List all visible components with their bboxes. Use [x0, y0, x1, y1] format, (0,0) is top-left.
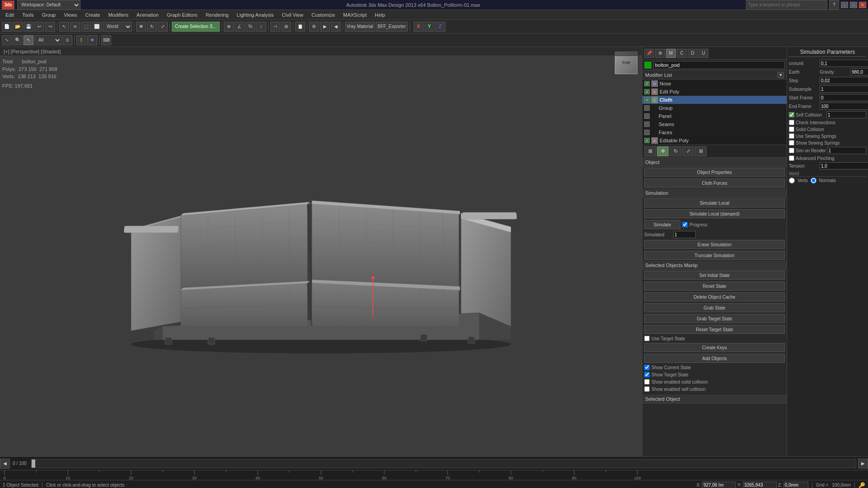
object-name-input[interactable]	[653, 61, 785, 69]
undo-btn[interactable]: ↩	[34, 22, 44, 32]
snap-toggle-btn[interactable]: ⊕	[224, 22, 234, 32]
panel-settings-btn[interactable]: ⚙	[655, 49, 665, 58]
use-sewing-springs-checkbox[interactable]	[789, 133, 794, 139]
window-cross-btn[interactable]: ⬜	[92, 22, 102, 32]
modifier-item-cloth[interactable]: ✓ C Cloth	[642, 96, 787, 104]
end-frame-input[interactable]	[820, 103, 868, 110]
modifier-item-group[interactable]: Group	[642, 104, 787, 112]
menu-civil-view[interactable]: Civil View	[278, 11, 307, 19]
truncate-simulation-btn[interactable]: Truncate Simulation	[644, 251, 785, 260]
solid-collision-checkbox[interactable]	[789, 127, 794, 132]
angle-snap-btn[interactable]: ∠	[235, 22, 245, 32]
show-sewing-springs-checkbox[interactable]	[789, 140, 794, 145]
modifier-checkbox-panel[interactable]	[644, 113, 650, 119]
self-collision-value[interactable]	[826, 111, 866, 118]
timeline-track[interactable]	[31, 459, 856, 468]
move-icon-btn[interactable]: ✥	[657, 146, 669, 156]
use-target-state-checkbox[interactable]	[644, 336, 650, 341]
menu-animation[interactable]: Animation	[133, 11, 162, 19]
close-btn[interactable]: ✕	[859, 2, 866, 8]
z-axis-btn[interactable]: Z	[435, 22, 445, 32]
simulate-local-btn[interactable]: Simulate Local	[644, 198, 785, 207]
kbd-shortcut-btn[interactable]: ⌨	[101, 35, 111, 45]
walk-through-btn[interactable]: 🚶	[76, 35, 86, 45]
object-color-swatch[interactable]	[644, 61, 651, 69]
modifier-item-seams[interactable]: Seams	[642, 120, 787, 128]
zoom-extents-btn[interactable]: ⤡	[2, 35, 12, 45]
coord-y-input[interactable]	[743, 482, 777, 488]
weld-verts-radio[interactable]	[789, 178, 795, 183]
add-objects-btn[interactable]: Add Objects	[644, 354, 785, 363]
modifier-checkbox-editablepoly[interactable]: ✓	[644, 138, 650, 143]
timeline-thumb[interactable]	[32, 460, 35, 468]
object-properties-btn[interactable]: Object Properties	[644, 168, 785, 177]
time-ruler[interactable]: // Will be populated by JS below 0102030…	[0, 470, 868, 480]
percent-snap-btn[interactable]: %	[245, 22, 255, 32]
scale-btn[interactable]: ⤢	[158, 22, 168, 32]
fly-through-btn[interactable]: ✈	[87, 35, 97, 45]
bff-exporter-label[interactable]: BFF_Exporter	[376, 22, 407, 32]
reset-state-btn[interactable]: Reset State	[644, 282, 785, 291]
show-target-state-checkbox[interactable]	[644, 372, 650, 377]
menu-edit[interactable]: Edit	[2, 11, 18, 19]
create-selection-btn[interactable]: Create Selection S...	[172, 22, 220, 32]
select-name-btn[interactable]: H	[70, 22, 80, 32]
x-axis-btn[interactable]: X	[414, 22, 424, 32]
advanced-pinching-checkbox[interactable]	[789, 155, 794, 161]
rotate-btn[interactable]: ↻	[147, 22, 157, 32]
modifier-checkbox-nose[interactable]: ✓	[644, 81, 650, 86]
help-btn[interactable]: ?	[829, 0, 839, 10]
coord-z-input[interactable]	[783, 482, 808, 488]
spinner-snap-btn[interactable]: ↕	[256, 22, 266, 32]
step-input[interactable]	[820, 77, 868, 84]
modifier-item-editablepoly[interactable]: ✓ E Editable Poly	[642, 136, 787, 145]
menu-lighting[interactable]: Lighting Analysis	[233, 11, 278, 19]
start-frame-input[interactable]	[820, 94, 868, 101]
menu-maxscript[interactable]: MAXScript	[340, 11, 370, 19]
simulate-btn[interactable]: Simulate	[644, 220, 680, 229]
tension-input[interactable]	[820, 162, 868, 169]
self-collision-checkbox[interactable]	[789, 112, 794, 117]
set-initial-state-btn[interactable]: Set Initial State	[644, 271, 785, 280]
pin-btn[interactable]: 📌	[644, 49, 654, 58]
menu-create[interactable]: Create	[81, 11, 104, 19]
extra-icon-btn[interactable]: ⊞	[695, 146, 707, 156]
timeline-right-btn[interactable]: ▶	[858, 459, 868, 469]
grab-target-state-btn[interactable]: Grab Target State	[644, 314, 785, 323]
select-region-btn[interactable]: ⬚	[81, 22, 91, 32]
select-filter-btn[interactable]: ↖	[24, 35, 33, 45]
open-btn[interactable]: 📂	[13, 22, 23, 32]
reset-target-state-btn[interactable]: Reset Target State	[644, 325, 785, 334]
filter-dropdown[interactable]: All	[34, 35, 61, 45]
cm-unit-input[interactable]	[820, 60, 868, 67]
timeline-left-btn[interactable]: ◀	[0, 459, 10, 469]
reference-coord-dropdown[interactable]: World	[103, 22, 132, 32]
erase-simulation-btn[interactable]: Erase Simulation	[644, 240, 785, 249]
new-btn[interactable]: 📄	[2, 22, 12, 32]
show-self-collision-checkbox[interactable]	[644, 386, 650, 392]
create-keys-btn[interactable]: Create Keys	[644, 343, 785, 352]
redo-btn[interactable]: ↪	[45, 22, 55, 32]
modifier-checkbox-seams[interactable]	[644, 122, 650, 127]
align-btn[interactable]: ⊞	[281, 22, 291, 32]
grab-state-btn[interactable]: Grab State	[644, 303, 785, 312]
move-btn[interactable]: ✥	[136, 22, 146, 32]
create-tab[interactable]: C	[677, 49, 687, 58]
modify-tab[interactable]: M	[666, 49, 676, 58]
minimize-btn[interactable]: −	[841, 2, 848, 8]
workspace-dropdown[interactable]: Workspace: Default	[17, 0, 80, 10]
simulation-section-header[interactable]: Simulation	[642, 188, 787, 197]
sim-on-render-value[interactable]	[827, 147, 866, 154]
viewport-render-btn[interactable]: ◀	[331, 22, 341, 32]
isolate-btn[interactable]: ⊙	[62, 35, 72, 45]
menu-views[interactable]: Views	[60, 11, 80, 19]
weld-normals-radio[interactable]	[811, 178, 816, 183]
modifier-item-nose[interactable]: ✓ N Nose	[642, 80, 787, 88]
selected-object-header[interactable]: Selected Object	[642, 394, 787, 404]
menu-tools[interactable]: Tools	[19, 11, 38, 19]
display-tab[interactable]: D	[688, 49, 698, 58]
viewport[interactable]: [+] [Perspective] [Shaded] Total bolton_…	[0, 47, 642, 456]
check-intersections-checkbox[interactable]	[789, 120, 794, 125]
modifier-item-editpoly[interactable]: ✓ E Edit Poly	[642, 88, 787, 96]
menu-group[interactable]: Group	[38, 11, 60, 19]
